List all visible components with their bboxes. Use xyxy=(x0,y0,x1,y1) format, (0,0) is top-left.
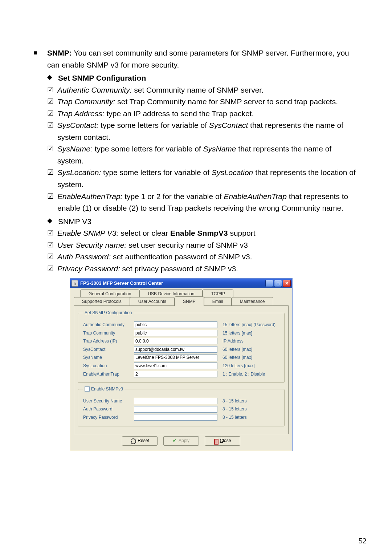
reset-icon xyxy=(130,438,135,443)
label: Privacy Password xyxy=(83,414,134,421)
tab-supported-protocols[interactable]: Supported Protocols xyxy=(74,297,130,306)
term: Auth Password: xyxy=(57,252,111,261)
label: Authentic Community xyxy=(83,321,134,328)
tab-user-accounts[interactable]: User Accounts xyxy=(130,297,175,306)
item-syscontact: ☑ SysContact: type some letters for vari… xyxy=(47,119,359,143)
item-enableauthentrap: ☑ EnableAuthenTrap: type 1 or 2 for the … xyxy=(47,191,359,214)
item-enable-snmpv3: ☑ Enable SNMP V3: select or clear Enable… xyxy=(47,227,359,239)
label: User Security Name xyxy=(83,398,134,405)
tab-snmp[interactable]: SNMP xyxy=(175,296,204,306)
trap-address-input[interactable]: 0.0.0.0 xyxy=(134,338,217,344)
enable-snmpv3-checkbox[interactable] xyxy=(85,386,90,392)
snmpv3-heading-row: ◆ SNMP V3 xyxy=(47,216,359,228)
tab-maintenance[interactable]: Maintenance xyxy=(232,297,273,306)
group-enable-snmpv3: Enable SNMPv3 User Security Name 8 - 15 … xyxy=(78,386,285,426)
hint: 8 - 15 letters xyxy=(222,398,247,405)
desc1: type some letters for variable of xyxy=(98,121,209,129)
field-syscontact: SysContact support@ddcasia.com.tw 60 let… xyxy=(83,346,281,353)
hint: 15 letters [max] (Password) xyxy=(222,321,275,328)
check-icon: ☑ xyxy=(47,191,57,214)
check-icon: ☑ xyxy=(47,263,57,275)
close-button[interactable]: ✕ xyxy=(283,280,291,287)
snmpv3-heading: SNMP V3 xyxy=(58,216,91,228)
field-trap-address: Trap Address (IP) 0.0.0.0 IP Address xyxy=(83,338,281,345)
term: EnableAuthenTrap: xyxy=(57,192,122,200)
term: SysLocation: xyxy=(57,168,101,177)
tab-panel-snmp: Set SNMP Configuration Authentic Communi… xyxy=(74,305,289,434)
term: Trap Community: xyxy=(57,97,115,106)
term: SysContact: xyxy=(57,121,98,129)
field-trap-community: Trap Community public 15 letters [max] xyxy=(83,330,281,337)
apply-icon: ✔ xyxy=(173,437,176,444)
field-user-security-name: User Security Name 8 - 15 letters xyxy=(83,398,281,405)
syslocation-input[interactable]: www.level1.com xyxy=(134,362,217,369)
hint: 15 letters [max] xyxy=(222,330,252,337)
authentic-community-input[interactable]: public xyxy=(134,321,217,328)
check-icon: ☑ xyxy=(47,96,57,108)
desc: set authentication password of SNMP v3. xyxy=(111,252,252,261)
label: Apply xyxy=(179,437,189,444)
hint: 60 letters [max] xyxy=(222,354,252,361)
button-bar: Reset ✔ Apply Close xyxy=(70,434,292,451)
trap-community-input[interactable]: public xyxy=(134,330,217,336)
close-button[interactable]: Close xyxy=(205,436,240,446)
desc-b: support xyxy=(228,229,256,237)
field-privacy-password: Privacy Password 8 - 15 letters xyxy=(83,414,281,421)
set-snmp-heading: Set SNMP Configuration xyxy=(58,72,146,84)
desc: set user security name of SNMP v3 xyxy=(126,241,248,249)
check-icon: ☑ xyxy=(47,119,57,143)
group-legend: Set SNMP Configuration xyxy=(83,309,134,316)
check-icon: ☑ xyxy=(47,251,57,263)
maximize-button[interactable]: ▢ xyxy=(274,280,282,287)
apply-button[interactable]: ✔ Apply xyxy=(163,436,199,446)
enableauthentrap-input[interactable]: 2 xyxy=(134,371,217,377)
var: SysContact xyxy=(209,121,248,129)
check-icon: ☑ xyxy=(47,84,57,96)
var: SysName xyxy=(203,145,236,153)
term: Privacy Password: xyxy=(57,264,120,273)
diamond-icon: ◆ xyxy=(47,72,58,84)
label: Reset xyxy=(138,437,149,444)
tab-email[interactable]: Email xyxy=(204,297,232,306)
auth-password-input[interactable] xyxy=(134,406,217,413)
hint: 60 letters [max] xyxy=(222,346,252,353)
hint: 1 : Enable, 2 : Disable xyxy=(222,371,265,378)
minimize-button[interactable]: – xyxy=(265,280,273,287)
sysname-input[interactable]: LevelOne FPS-3003 MFP Server xyxy=(134,355,217,361)
check-icon: ☑ xyxy=(47,167,57,190)
hint: 120 letters [max] xyxy=(222,362,255,369)
term: SysName: xyxy=(57,145,93,153)
var: SysLocation xyxy=(212,168,253,177)
check-icon: ☑ xyxy=(47,143,57,167)
snmp-intro: You can set community and some parameter… xyxy=(47,49,349,69)
check-icon: ☑ xyxy=(47,239,57,251)
hint: 8 - 15 letters xyxy=(222,406,247,413)
item-syslocation: ☑ SysLocation: type some letters for var… xyxy=(47,167,359,190)
titlebar[interactable]: n FPS-3003 MFP Server Control Center – ▢… xyxy=(70,279,292,288)
syscontact-input[interactable]: support@ddcasia.com.tw xyxy=(134,346,217,353)
desc1: type some letters for variable of xyxy=(93,145,203,153)
app-icon: n xyxy=(72,280,78,287)
term: Enable SNMP V3: xyxy=(57,229,118,237)
item-user-security-name: ☑ User Security name: set user security … xyxy=(47,239,359,251)
check-icon: ☑ xyxy=(47,108,57,120)
desc: set Trap Community name for SNMP server … xyxy=(115,97,338,106)
label: SysLocation xyxy=(83,362,134,369)
desc: type an IP address to send the Trap pack… xyxy=(105,109,254,118)
term: Trap Address: xyxy=(57,109,105,118)
label: Auth Password xyxy=(83,406,134,413)
field-sysname: SysName LevelOne FPS-3003 MFP Server 60 … xyxy=(83,354,281,361)
privacy-password-input[interactable] xyxy=(134,414,217,421)
label: Trap Address (IP) xyxy=(83,338,134,345)
field-syslocation: SysLocation www.level1.com 120 letters [… xyxy=(83,362,281,369)
desc1: type 1 or 2 for the variable of xyxy=(122,192,224,200)
diamond-icon: ◆ xyxy=(47,216,58,228)
term: Authentic Community: xyxy=(57,86,132,94)
group-legend: Enable SNMPv3 xyxy=(83,386,124,393)
legend-text: Enable SNMPv3 xyxy=(91,386,123,393)
reset-button[interactable]: Reset xyxy=(122,436,158,446)
sub-list: ◆ Set SNMP Configuration ☑ Authentic Com… xyxy=(47,72,359,275)
item-trap-community: ☑ Trap Community: set Trap Community nam… xyxy=(47,96,359,108)
window-title: FPS-3003 MFP Server Control Center xyxy=(80,280,265,287)
user-security-name-input[interactable] xyxy=(134,398,217,404)
